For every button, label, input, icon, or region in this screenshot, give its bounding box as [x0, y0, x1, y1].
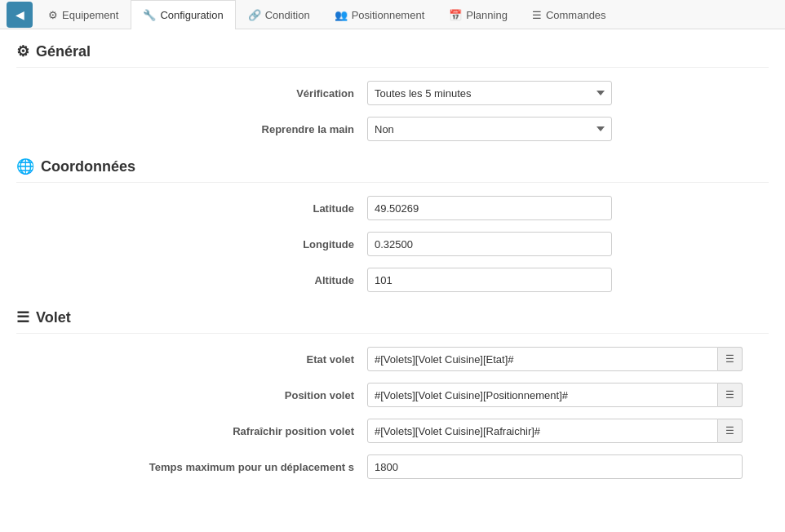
position-volet-picker-button[interactable]: ☰ — [718, 383, 743, 407]
main-content: ⚙ Général Vérification Toutes les 5 minu… — [0, 29, 785, 508]
tab-condition[interactable]: 🔗 Condition — [236, 0, 322, 29]
etat-volet-group: ☰ — [367, 347, 743, 371]
section-coordonnees-title: Coordonnées — [41, 158, 135, 175]
latitude-row: Latitude — [16, 196, 769, 220]
reprendre-main-select[interactable]: Non Oui — [367, 117, 612, 141]
rafraichir-position-group: ☰ — [367, 419, 743, 443]
picker-icon-3: ☰ — [725, 425, 734, 437]
etat-volet-input[interactable] — [367, 347, 718, 371]
tab-positionnement[interactable]: 👥 Positionnement — [322, 0, 437, 29]
section-volet-title: Volet — [36, 309, 71, 326]
tab-commandes-label: Commandes — [546, 9, 606, 21]
reprendre-main-row: Reprendre la main Non Oui — [16, 117, 769, 141]
equipement-icon: ⚙ — [48, 9, 58, 21]
picker-icon: ☰ — [725, 353, 734, 365]
temps-max-input[interactable] — [367, 454, 743, 479]
section-general-header: ⚙ Général — [16, 42, 769, 68]
tab-commandes[interactable]: ☰ Commandes — [520, 0, 619, 29]
coordonnees-icon: 🌐 — [16, 157, 34, 175]
section-volet: ☰ Volet Etat volet ☰ Position volet ☰ Ra… — [16, 308, 769, 479]
rafraichir-position-row: Rafraîchir position volet ☰ — [16, 419, 769, 443]
tab-condition-label: Condition — [265, 9, 310, 21]
tab-bar: ◀ ⚙ Equipement 🔧 Configuration 🔗 Conditi… — [0, 0, 785, 29]
general-icon: ⚙ — [16, 42, 29, 60]
tab-configuration-label: Configuration — [160, 9, 223, 21]
etat-volet-row: Etat volet ☰ — [16, 347, 769, 371]
commandes-icon: ☰ — [532, 9, 542, 21]
tab-equipement[interactable]: ⚙ Equipement — [36, 0, 131, 29]
tab-configuration[interactable]: 🔧 Configuration — [131, 0, 235, 29]
back-icon: ◀ — [16, 8, 24, 21]
temps-max-label: Temps maximum pour un déplacement s — [24, 461, 367, 473]
position-volet-group: ☰ — [367, 383, 743, 407]
planning-icon: 📅 — [449, 9, 462, 21]
reprendre-main-label: Reprendre la main — [24, 123, 367, 135]
rafraichir-position-input[interactable] — [367, 419, 718, 443]
altitude-row: Altitude — [16, 268, 769, 292]
positionnement-icon: 👥 — [335, 9, 348, 21]
verification-label: Vérification — [24, 87, 367, 100]
verification-select[interactable]: Toutes les 5 minutes Toutes les 10 minut… — [367, 81, 612, 105]
longitude-row: Longitude — [16, 232, 769, 256]
verification-row: Vérification Toutes les 5 minutes Toutes… — [16, 81, 769, 105]
rafraichir-position-label: Rafraîchir position volet — [24, 425, 367, 437]
volet-icon: ☰ — [16, 308, 29, 326]
etat-volet-label: Etat volet — [24, 353, 367, 366]
temps-max-row: Temps maximum pour un déplacement s — [16, 454, 769, 479]
latitude-label: Latitude — [24, 202, 367, 215]
condition-icon: 🔗 — [248, 9, 261, 21]
section-general-title: Général — [36, 43, 91, 60]
latitude-input[interactable] — [367, 196, 612, 220]
picker-icon-2: ☰ — [725, 389, 734, 401]
section-general: ⚙ Général Vérification Toutes les 5 minu… — [16, 42, 769, 141]
section-volet-header: ☰ Volet — [16, 308, 769, 334]
section-coordonnees-header: 🌐 Coordonnées — [16, 157, 769, 183]
longitude-input[interactable] — [367, 232, 612, 256]
etat-volet-picker-button[interactable]: ☰ — [718, 347, 743, 371]
position-volet-input[interactable] — [367, 383, 718, 407]
altitude-label: Altitude — [24, 274, 367, 286]
position-volet-row: Position volet ☰ — [16, 383, 769, 407]
back-button[interactable]: ◀ — [7, 2, 33, 28]
section-coordonnees: 🌐 Coordonnées Latitude Longitude Altitud… — [16, 157, 769, 292]
longitude-label: Longitude — [24, 238, 367, 250]
tab-positionnement-label: Positionnement — [352, 9, 425, 21]
tab-equipement-label: Equipement — [62, 9, 118, 21]
configuration-icon: 🔧 — [143, 9, 156, 21]
position-volet-label: Position volet — [24, 389, 367, 401]
tab-planning[interactable]: 📅 Planning — [437, 0, 520, 29]
altitude-input[interactable] — [367, 268, 612, 292]
rafraichir-position-picker-button[interactable]: ☰ — [718, 419, 743, 443]
tab-planning-label: Planning — [466, 9, 508, 21]
